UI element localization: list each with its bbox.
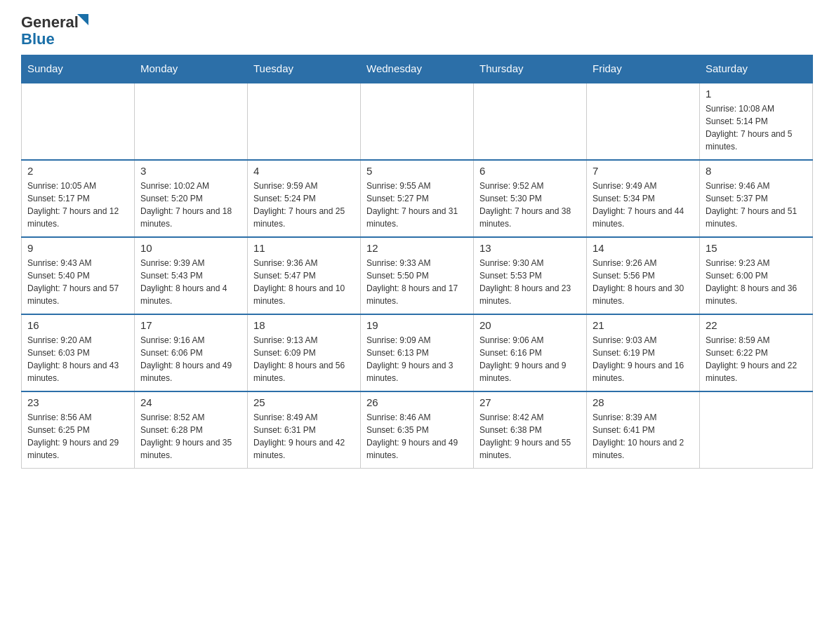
- day-number: 1: [706, 88, 807, 100]
- calendar-cell: 22Sunrise: 8:59 AMSunset: 6:22 PMDayligh…: [700, 314, 813, 391]
- day-info: Sunrise: 9:46 AMSunset: 5:37 PMDaylight:…: [706, 180, 807, 230]
- day-info: Sunrise: 9:59 AMSunset: 5:24 PMDaylight:…: [253, 180, 355, 230]
- calendar-cell: 8Sunrise: 9:46 AMSunset: 5:37 PMDaylight…: [700, 160, 813, 237]
- calendar-cell: [135, 83, 248, 160]
- day-of-week-header: Thursday: [474, 55, 587, 83]
- day-number: 22: [706, 319, 807, 331]
- day-number: 15: [706, 242, 807, 254]
- day-number: 20: [479, 319, 581, 331]
- calendar-cell: 10Sunrise: 9:39 AMSunset: 5:43 PMDayligh…: [135, 237, 248, 314]
- calendar-header-row: SundayMondayTuesdayWednesdayThursdayFrid…: [22, 55, 813, 83]
- day-of-week-header: Sunday: [22, 55, 135, 83]
- calendar-cell: [361, 83, 474, 160]
- calendar-cell: 12Sunrise: 9:33 AMSunset: 5:50 PMDayligh…: [361, 237, 474, 314]
- calendar-cell: [248, 83, 361, 160]
- day-of-week-header: Monday: [135, 55, 248, 83]
- day-number: 14: [593, 242, 694, 254]
- day-info: Sunrise: 8:42 AMSunset: 6:38 PMDaylight:…: [479, 411, 581, 462]
- calendar-cell: 26Sunrise: 8:46 AMSunset: 6:35 PMDayligh…: [361, 391, 474, 469]
- day-info: Sunrise: 8:49 AMSunset: 6:31 PMDaylight:…: [253, 411, 355, 462]
- day-info: Sunrise: 9:23 AMSunset: 6:00 PMDaylight:…: [706, 257, 807, 307]
- calendar-week-row: 23Sunrise: 8:56 AMSunset: 6:25 PMDayligh…: [22, 391, 813, 469]
- calendar-cell: 19Sunrise: 9:09 AMSunset: 6:13 PMDayligh…: [361, 314, 474, 391]
- day-number: 2: [27, 165, 128, 177]
- calendar-cell: 15Sunrise: 9:23 AMSunset: 6:00 PMDayligh…: [700, 237, 813, 314]
- day-number: 27: [479, 396, 581, 408]
- day-info: Sunrise: 8:46 AMSunset: 6:35 PMDaylight:…: [366, 411, 468, 462]
- day-info: Sunrise: 9:20 AMSunset: 6:03 PMDaylight:…: [27, 334, 128, 384]
- day-number: 19: [366, 319, 468, 331]
- calendar-cell: 5Sunrise: 9:55 AMSunset: 5:27 PMDaylight…: [361, 160, 474, 237]
- logo-text-blue: Blue: [21, 31, 79, 48]
- calendar-cell: 18Sunrise: 9:13 AMSunset: 6:09 PMDayligh…: [248, 314, 361, 391]
- svg-marker-0: [77, 14, 88, 25]
- day-number: 26: [366, 396, 468, 408]
- day-number: 10: [140, 242, 241, 254]
- logo-text-general: General: [21, 14, 79, 31]
- day-info: Sunrise: 8:56 AMSunset: 6:25 PMDaylight:…: [27, 411, 128, 462]
- day-number: 13: [479, 242, 581, 254]
- day-of-week-header: Friday: [587, 55, 700, 83]
- calendar-cell: 1Sunrise: 10:08 AMSunset: 5:14 PMDayligh…: [700, 83, 813, 160]
- calendar-cell: 28Sunrise: 8:39 AMSunset: 6:41 PMDayligh…: [587, 391, 700, 469]
- calendar-cell: 14Sunrise: 9:26 AMSunset: 5:56 PMDayligh…: [587, 237, 700, 314]
- day-info: Sunrise: 8:59 AMSunset: 6:22 PMDaylight:…: [706, 334, 807, 384]
- day-number: 24: [140, 396, 241, 408]
- calendar-cell: [474, 83, 587, 160]
- day-number: 16: [27, 319, 128, 331]
- calendar-week-row: 2Sunrise: 10:05 AMSunset: 5:17 PMDayligh…: [22, 160, 813, 237]
- calendar-week-row: 1Sunrise: 10:08 AMSunset: 5:14 PMDayligh…: [22, 83, 813, 160]
- calendar-cell: 9Sunrise: 9:43 AMSunset: 5:40 PMDaylight…: [22, 237, 135, 314]
- day-info: Sunrise: 9:55 AMSunset: 5:27 PMDaylight:…: [366, 180, 468, 230]
- calendar-week-row: 9Sunrise: 9:43 AMSunset: 5:40 PMDaylight…: [22, 237, 813, 314]
- calendar-table: SundayMondayTuesdayWednesdayThursdayFrid…: [21, 55, 813, 469]
- calendar-cell: [700, 391, 813, 469]
- calendar-cell: 16Sunrise: 9:20 AMSunset: 6:03 PMDayligh…: [22, 314, 135, 391]
- calendar-cell: 7Sunrise: 9:49 AMSunset: 5:34 PMDaylight…: [587, 160, 700, 237]
- day-number: 11: [253, 242, 355, 254]
- day-number: 12: [366, 242, 468, 254]
- day-info: Sunrise: 8:39 AMSunset: 6:41 PMDaylight:…: [593, 411, 694, 462]
- day-number: 25: [253, 396, 355, 408]
- calendar-cell: 25Sunrise: 8:49 AMSunset: 6:31 PMDayligh…: [248, 391, 361, 469]
- day-info: Sunrise: 9:49 AMSunset: 5:34 PMDaylight:…: [593, 180, 694, 230]
- day-info: Sunrise: 10:05 AMSunset: 5:17 PMDaylight…: [27, 180, 128, 230]
- day-number: 8: [706, 165, 807, 177]
- day-number: 21: [593, 319, 694, 331]
- page-header: General Blue: [21, 14, 813, 48]
- calendar-cell: 13Sunrise: 9:30 AMSunset: 5:53 PMDayligh…: [474, 237, 587, 314]
- day-info: Sunrise: 9:52 AMSunset: 5:30 PMDaylight:…: [479, 180, 581, 230]
- calendar-cell: 2Sunrise: 10:05 AMSunset: 5:17 PMDayligh…: [22, 160, 135, 237]
- day-info: Sunrise: 10:08 AMSunset: 5:14 PMDaylight…: [706, 102, 807, 153]
- day-number: 9: [27, 242, 128, 254]
- logo-arrow-icon: [77, 14, 88, 25]
- day-number: 17: [140, 319, 241, 331]
- calendar-cell: 11Sunrise: 9:36 AMSunset: 5:47 PMDayligh…: [248, 237, 361, 314]
- day-of-week-header: Tuesday: [248, 55, 361, 83]
- day-info: Sunrise: 9:13 AMSunset: 6:09 PMDaylight:…: [253, 334, 355, 384]
- calendar-cell: 17Sunrise: 9:16 AMSunset: 6:06 PMDayligh…: [135, 314, 248, 391]
- day-info: Sunrise: 9:06 AMSunset: 6:16 PMDaylight:…: [479, 334, 581, 384]
- day-number: 6: [479, 165, 581, 177]
- day-number: 3: [140, 165, 241, 177]
- calendar-cell: 21Sunrise: 9:03 AMSunset: 6:19 PMDayligh…: [587, 314, 700, 391]
- calendar-cell: [22, 83, 135, 160]
- day-info: Sunrise: 10:02 AMSunset: 5:20 PMDaylight…: [140, 180, 241, 230]
- day-info: Sunrise: 9:30 AMSunset: 5:53 PMDaylight:…: [479, 257, 581, 307]
- day-of-week-header: Saturday: [700, 55, 813, 83]
- day-number: 18: [253, 319, 355, 331]
- day-number: 5: [366, 165, 468, 177]
- day-info: Sunrise: 9:26 AMSunset: 5:56 PMDaylight:…: [593, 257, 694, 307]
- day-info: Sunrise: 9:39 AMSunset: 5:43 PMDaylight:…: [140, 257, 241, 307]
- day-of-week-header: Wednesday: [361, 55, 474, 83]
- calendar-cell: [587, 83, 700, 160]
- logo: General Blue: [21, 14, 79, 48]
- day-number: 4: [253, 165, 355, 177]
- day-info: Sunrise: 9:33 AMSunset: 5:50 PMDaylight:…: [366, 257, 468, 307]
- calendar-week-row: 16Sunrise: 9:20 AMSunset: 6:03 PMDayligh…: [22, 314, 813, 391]
- day-number: 23: [27, 396, 128, 408]
- calendar-cell: 3Sunrise: 10:02 AMSunset: 5:20 PMDayligh…: [135, 160, 248, 237]
- calendar-cell: 6Sunrise: 9:52 AMSunset: 5:30 PMDaylight…: [474, 160, 587, 237]
- calendar-cell: 24Sunrise: 8:52 AMSunset: 6:28 PMDayligh…: [135, 391, 248, 469]
- calendar-cell: 20Sunrise: 9:06 AMSunset: 6:16 PMDayligh…: [474, 314, 587, 391]
